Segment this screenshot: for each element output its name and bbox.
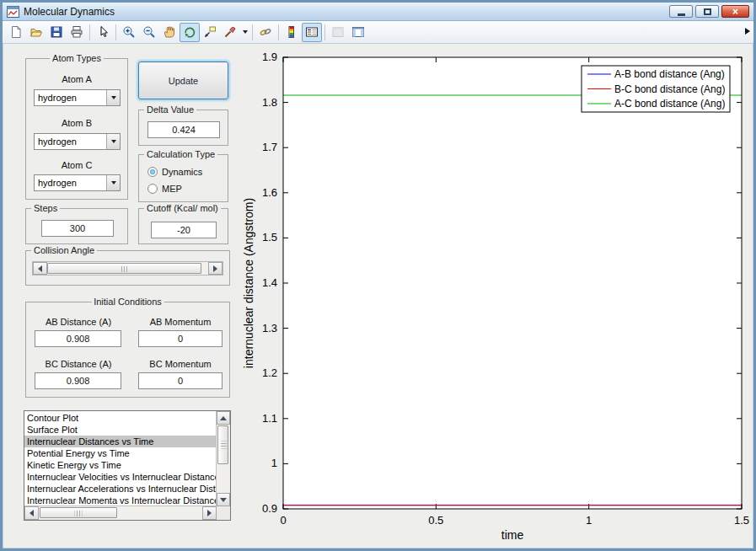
atom-c-dropdown[interactable]: hydrogen <box>34 174 121 191</box>
atom-types-panel-title: Atom Types <box>50 53 104 63</box>
plot-axes[interactable]: 00.511.50.911.11.21.31.41.51.61.71.81.9t… <box>239 45 753 548</box>
collision-angle-slider[interactable] <box>32 261 223 276</box>
save-figure-button[interactable] <box>46 23 67 42</box>
scroll-down-arrow[interactable] <box>217 493 230 506</box>
list-item[interactable]: Internuclear Momenta vs Internuclear Dis… <box>24 495 216 506</box>
chevron-down-icon <box>111 96 116 99</box>
chevron-down-icon <box>243 30 248 34</box>
plot-type-listbox[interactable]: Contour PlotSurface PlotInternuclear Dis… <box>24 410 231 521</box>
x-axis-label: time <box>501 528 524 542</box>
ab-distance-label: AB Distance (A) <box>28 317 129 327</box>
arrow-up-icon <box>220 416 227 420</box>
delta-value-input[interactable] <box>147 121 220 138</box>
list-item[interactable]: Kinetic Energy vs Time <box>24 459 216 471</box>
steps-panel: Steps <box>25 208 128 244</box>
scrollbar-corner <box>217 506 230 520</box>
zoom-in-button[interactable] <box>119 23 139 42</box>
slider-left-arrow[interactable] <box>33 262 47 275</box>
toolbar-separator <box>278 24 279 40</box>
legend-entry-label: B-C bond distance (Ang) <box>614 83 725 95</box>
radio-dynamics-label: Dynamics <box>162 167 202 177</box>
delta-value-panel: Delta Value <box>138 110 228 146</box>
plot-area[interactable] <box>283 57 742 509</box>
atom-a-dropdown-button[interactable] <box>106 90 120 105</box>
atom-types-panel: Atom Types Atom A hydrogen Atom B hydrog… <box>25 58 128 200</box>
pan-hand-icon <box>163 25 176 39</box>
scroll-right-arrow[interactable] <box>202 506 217 520</box>
list-item[interactable]: Internuclear Velocities vs Internuclear … <box>24 471 216 483</box>
list-item[interactable]: Potential Energy vs Time <box>24 447 216 459</box>
edit-plot-button[interactable] <box>93 23 113 42</box>
brush-data-button[interactable] <box>220 23 240 42</box>
new-figure-button[interactable] <box>6 23 26 42</box>
radio-dynamics[interactable]: Dynamics <box>147 166 202 178</box>
ab-distance-input[interactable] <box>35 330 121 347</box>
list-item[interactable]: Contour Plot <box>24 412 216 424</box>
cutoff-input[interactable] <box>151 222 217 238</box>
scroll-up-arrow[interactable] <box>217 411 230 425</box>
close-button[interactable]: × <box>721 5 749 18</box>
bc-momentum-input[interactable] <box>138 372 223 389</box>
ab-momentum-input[interactable] <box>138 330 223 347</box>
bc-distance-input[interactable] <box>35 372 121 389</box>
hscroll-thumb[interactable] <box>40 507 117 518</box>
listbox-vscrollbar[interactable] <box>216 411 230 506</box>
atom-b-dropdown-button[interactable] <box>106 134 120 149</box>
atom-a-value: hydrogen <box>35 90 106 105</box>
atom-c-dropdown-button[interactable] <box>106 175 120 190</box>
link-plot-button[interactable] <box>255 23 276 42</box>
brush-dropdown-arrow[interactable] <box>240 23 249 42</box>
y-tick-label: 1.9 <box>262 51 277 63</box>
open-file-button[interactable] <box>26 23 46 42</box>
pan-button[interactable] <box>159 23 180 42</box>
print-figure-button[interactable] <box>67 23 87 42</box>
list-item[interactable]: Surface Plot <box>24 424 216 436</box>
radio-mep-circle-icon <box>147 184 158 194</box>
collision-angle-panel-title: Collision Angle <box>31 245 97 255</box>
data-cursor-icon <box>203 25 217 39</box>
collision-angle-panel: Collision Angle <box>25 250 230 286</box>
steps-input[interactable] <box>41 220 114 237</box>
x-tick-label: 1 <box>586 514 592 527</box>
figure-app-icon <box>7 6 19 18</box>
insert-legend-button[interactable] <box>302 23 322 42</box>
toolbar-separator <box>89 24 90 40</box>
radio-mep[interactable]: MEP <box>147 183 182 195</box>
slider-thumb[interactable] <box>47 263 201 274</box>
cutoff-panel-title: Cutoff (Kcal/ mol) <box>144 203 221 213</box>
zoom-out-icon <box>142 25 156 39</box>
close-icon: × <box>732 8 738 16</box>
insert-colorbar-button[interactable] <box>281 23 302 42</box>
show-plot-tools-button[interactable] <box>348 23 368 42</box>
brush-data-icon <box>223 25 237 39</box>
plot-legend[interactable]: A-B bond distance (Ang)B-C bond distance… <box>582 66 730 112</box>
atom-b-dropdown[interactable]: hydrogen <box>34 133 121 150</box>
vscroll-thumb[interactable] <box>217 425 228 464</box>
chevron-down-icon <box>111 140 116 143</box>
calculation-type-panel: Calculation Type Dynamics MEP <box>138 154 228 202</box>
listbox-hscrollbar[interactable] <box>24 506 217 520</box>
minimize-button[interactable] <box>669 5 693 18</box>
rotate-3d-button[interactable] <box>180 23 200 42</box>
y-tick-label: 1.4 <box>262 276 277 289</box>
maximize-button[interactable] <box>695 5 719 18</box>
slider-right-arrow[interactable] <box>208 262 223 275</box>
hide-plot-tools-button[interactable] <box>328 23 348 42</box>
arrow-left-icon <box>38 265 42 272</box>
scroll-left-arrow[interactable] <box>24 506 39 520</box>
toolbar-overflow-icon[interactable] <box>745 28 750 35</box>
atom-a-dropdown[interactable]: hydrogen <box>34 89 121 106</box>
cutoff-panel: Cutoff (Kcal/ mol) <box>138 208 228 244</box>
ab-momentum-label: AB Momentum <box>130 317 231 327</box>
data-cursor-button[interactable] <box>200 23 220 42</box>
titlebar[interactable]: Molecular Dynamics × <box>3 3 753 21</box>
y-tick-label: 1.1 <box>262 412 277 425</box>
zoom-out-button[interactable] <box>139 23 159 42</box>
radio-dynamics-circle-icon <box>147 167 158 177</box>
list-item[interactable]: Internuclear Distances vs Time <box>24 436 216 447</box>
calculation-type-panel-title: Calculation Type <box>144 149 217 159</box>
update-button[interactable]: Update <box>138 62 228 99</box>
x-tick-label: 0 <box>280 514 286 527</box>
legend-entry-label: A-C bond distance (Ang) <box>614 98 725 110</box>
list-item[interactable]: Internuclear Accelerations vs Internucle… <box>24 483 216 495</box>
